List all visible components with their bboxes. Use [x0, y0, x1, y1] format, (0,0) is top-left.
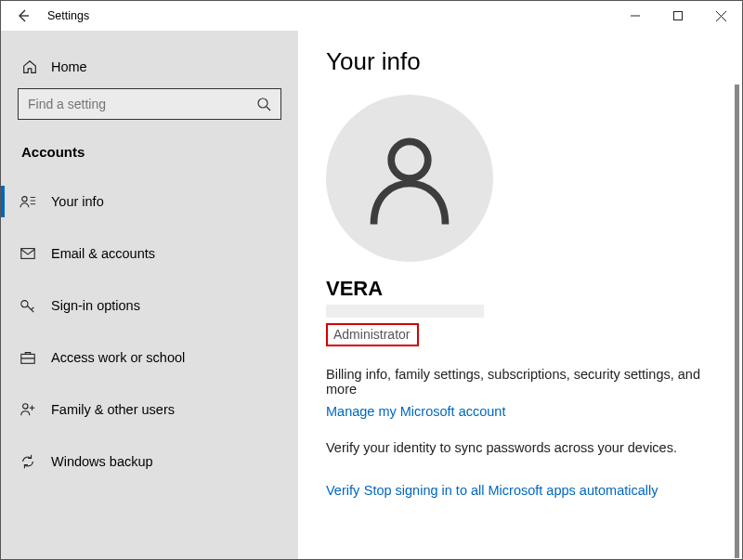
home-label: Home	[51, 59, 87, 74]
svg-point-16	[391, 141, 428, 178]
window-title: Settings	[47, 9, 89, 22]
sidebar: Home Accounts Your info	[1, 31, 298, 559]
nav-label: Windows backup	[51, 454, 153, 469]
search-box[interactable]	[18, 88, 281, 120]
nav-your-info[interactable]: Your info	[18, 182, 281, 221]
page-heading: Your info	[326, 47, 723, 76]
scrollbar[interactable]	[735, 85, 739, 558]
titlebar: Settings	[1, 1, 742, 31]
verify-link[interactable]: Verify	[326, 483, 359, 498]
your-info-icon	[20, 193, 36, 210]
nav-label: Sign-in options	[51, 298, 140, 313]
sync-icon	[20, 453, 36, 470]
nav-label: Family & other users	[51, 402, 175, 417]
nav-signin-options[interactable]: Sign-in options	[18, 286, 281, 325]
nav-windows-backup[interactable]: Windows backup	[18, 442, 281, 481]
minimize-button[interactable]	[614, 1, 657, 31]
svg-rect-1	[674, 12, 683, 20]
nav-label: Access work or school	[51, 350, 185, 365]
maximize-button[interactable]	[657, 1, 699, 31]
home-icon	[21, 59, 38, 75]
manage-account-link[interactable]: Manage my Microsoft account	[326, 404, 505, 419]
nav-family-users[interactable]: Family & other users	[18, 390, 281, 429]
account-role: Administrator	[326, 323, 419, 346]
content-pane: Your info VERA Administrator Billing inf…	[298, 31, 742, 559]
username: VERA	[326, 277, 723, 301]
stop-signin-link[interactable]: Stop signing in to all Microsoft apps au…	[364, 483, 658, 498]
nav-label: Email & accounts	[51, 246, 155, 261]
family-icon	[20, 401, 36, 418]
verify-text: Verify your identity to sync passwords a…	[326, 440, 723, 455]
settings-window: Settings Home	[0, 0, 743, 560]
svg-point-4	[258, 98, 267, 108]
nav-email-accounts[interactable]: Email & accounts	[18, 234, 281, 273]
nav-label: Your info	[51, 194, 104, 209]
back-button[interactable]	[10, 3, 36, 29]
nav-work-school[interactable]: Access work or school	[18, 338, 281, 377]
svg-point-13	[23, 404, 28, 409]
svg-point-11	[21, 301, 28, 307]
key-icon	[20, 297, 36, 314]
svg-rect-10	[21, 249, 34, 259]
search-icon	[256, 97, 271, 111]
section-title: Accounts	[18, 138, 281, 169]
billing-text: Billing info, family settings, subscript…	[326, 367, 723, 397]
home-nav[interactable]: Home	[18, 53, 281, 88]
search-input[interactable]	[28, 97, 256, 111]
svg-point-6	[22, 197, 27, 202]
svg-line-5	[267, 107, 270, 111]
briefcase-icon	[20, 349, 36, 366]
avatar	[326, 95, 493, 262]
email-redacted	[326, 305, 484, 318]
person-icon	[358, 127, 461, 229]
email-icon	[20, 245, 36, 262]
close-button[interactable]	[699, 1, 742, 31]
